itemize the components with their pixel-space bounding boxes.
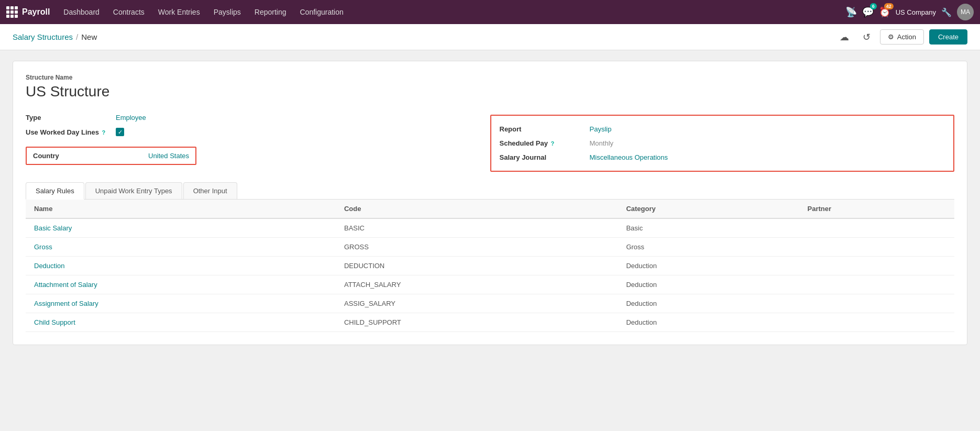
chat-badge: 6 [870,3,877,9]
tab-unpaid-work-entry[interactable]: Unpaid Work Entry Types [85,182,182,199]
cell-code[interactable]: GROSS [336,238,618,257]
chat-icon[interactable]: 💬 6 [862,6,874,18]
cell-code[interactable]: CHILD_SUPPORT [336,313,618,332]
menu-contracts[interactable]: Contracts [107,5,151,19]
cell-category[interactable]: Deduction [618,294,799,313]
cell-partner[interactable] [799,257,954,275]
cell-category[interactable]: Deduction [618,313,799,332]
cell-name[interactable]: Gross [26,238,336,257]
cell-partner[interactable] [799,275,954,294]
cell-name[interactable]: Assignment of Salary [26,294,336,313]
menu-configuration[interactable]: Configuration [294,5,350,19]
form-left: Type Employee Use Worked Day Lines ? ✓ C… [26,110,490,172]
create-button[interactable]: Create [929,29,967,45]
cell-partner[interactable] [799,218,954,238]
form-right: Report Payslip Scheduled Pay ? Monthly S… [490,110,955,172]
activity-badge: 42 [884,3,894,9]
country-value[interactable]: United States [148,152,189,160]
settings-icon[interactable]: 🔧 [941,7,952,17]
salary-rules-table: Name Code Category Partner Basic SalaryB… [26,200,954,332]
company-name[interactable]: US Company [896,8,936,16]
use-worked-day-checkbox[interactable]: ✓ [116,128,124,136]
report-value[interactable]: Payslip [590,125,612,133]
col-partner: Partner [799,200,954,218]
type-label: Type [26,114,109,121]
cell-category[interactable]: Deduction [618,257,799,275]
salary-journal-value[interactable]: Miscellaneous Operations [590,153,668,161]
user-initials: MA [961,8,970,16]
form-card: Structure Name US Structure Type Employe… [13,61,967,345]
table-row[interactable]: Attachment of SalaryATTACH_SALARYDeducti… [26,275,954,294]
support-icon[interactable]: 📡 [845,6,857,18]
scheduled-pay-value[interactable]: Monthly [590,139,614,147]
type-value[interactable]: Employee [116,114,146,121]
breadcrumb: Salary Structures / New [13,32,97,41]
activity-icon[interactable]: ⏰ 42 [879,6,890,18]
cell-partner[interactable] [799,238,954,257]
user-avatar[interactable]: MA [957,4,974,20]
cell-code[interactable]: DEDUCTION [336,257,618,275]
cell-partner[interactable] [799,313,954,332]
col-name: Name [26,200,336,218]
cell-category[interactable]: Basic [618,218,799,238]
country-highlight: Country United States [26,147,196,165]
breadcrumb-current: New [81,32,97,41]
app-name: Payroll [22,7,50,17]
cell-code[interactable]: BASIC [336,218,618,238]
table-row[interactable]: Basic SalaryBASICBasic [26,218,954,238]
salary-journal-label: Salary Journal [500,153,583,161]
structure-name-label: Structure Name [26,74,954,81]
form-fields: Type Employee Use Worked Day Lines ? ✓ C… [26,110,954,172]
tab-other-input[interactable]: Other Input [183,182,237,199]
topnav-right: 📡 💬 6 ⏰ 42 US Company 🔧 MA [845,4,974,20]
help-icon[interactable]: ? [102,129,106,136]
tab-salary-rules[interactable]: Salary Rules [26,182,84,200]
cell-code[interactable]: ASSIG_SALARY [336,294,618,313]
cell-code[interactable]: ATTACH_SALARY [336,275,618,294]
table-row[interactable]: DeductionDEDUCTIONDeduction [26,257,954,275]
structure-name-value: US Structure [26,83,954,100]
type-field: Type Employee [26,110,490,125]
app-logo[interactable]: Payroll [6,6,50,18]
top-navigation: Payroll Dashboard Contracts Work Entries… [0,0,980,24]
main-content: Structure Name US Structure Type Employe… [0,50,980,431]
col-category: Category [618,200,799,218]
cell-name[interactable]: Attachment of Salary [26,275,336,294]
report-label: Report [500,125,583,133]
cell-category[interactable]: Gross [618,238,799,257]
gear-icon: ⚙ [888,33,894,41]
structure-name-field: Structure Name US Structure [26,74,954,100]
table-row[interactable]: Assignment of SalaryASSIG_SALARYDeductio… [26,294,954,313]
top-menu: Dashboard Contracts Work Entries Payslip… [57,5,842,19]
grid-icon [6,6,18,18]
scheduled-pay-help[interactable]: ? [551,140,555,147]
breadcrumb-actions: ☁ ↺ ⚙ Action Create [835,29,967,45]
menu-payslips[interactable]: Payslips [207,5,247,19]
right-info-box: Report Payslip Scheduled Pay ? Monthly S… [490,115,955,172]
use-worked-day-field: Use Worked Day Lines ? ✓ [26,125,490,139]
cell-name[interactable]: Basic Salary [26,218,336,238]
country-label: Country [33,152,117,160]
menu-dashboard[interactable]: Dashboard [57,5,106,19]
menu-work-entries[interactable]: Work Entries [152,5,206,19]
table-body: Basic SalaryBASICBasicGrossGROSSGrossDed… [26,218,954,332]
col-code: Code [336,200,618,218]
cell-name[interactable]: Child Support [26,313,336,332]
action-button[interactable]: ⚙ Action [880,29,924,45]
cell-name[interactable]: Deduction [26,257,336,275]
salary-journal-field: Salary Journal Miscellaneous Operations [500,150,945,164]
cell-category[interactable]: Deduction [618,275,799,294]
breadcrumb-separator: / [76,32,78,41]
breadcrumb-bar: Salary Structures / New ☁ ↺ ⚙ Action Cre… [0,24,980,50]
action-label: Action [897,33,916,41]
cell-partner[interactable] [799,294,954,313]
table-row[interactable]: GrossGROSSGross [26,238,954,257]
country-field: Country United States [26,143,490,168]
table-header: Name Code Category Partner [26,200,954,218]
tabs: Salary Rules Unpaid Work Entry Types Oth… [26,182,954,200]
upload-button[interactable]: ☁ [835,29,853,45]
breadcrumb-parent[interactable]: Salary Structures [13,32,73,41]
refresh-button[interactable]: ↺ [858,29,875,45]
table-row[interactable]: Child SupportCHILD_SUPPORTDeduction [26,313,954,332]
menu-reporting[interactable]: Reporting [248,5,293,19]
